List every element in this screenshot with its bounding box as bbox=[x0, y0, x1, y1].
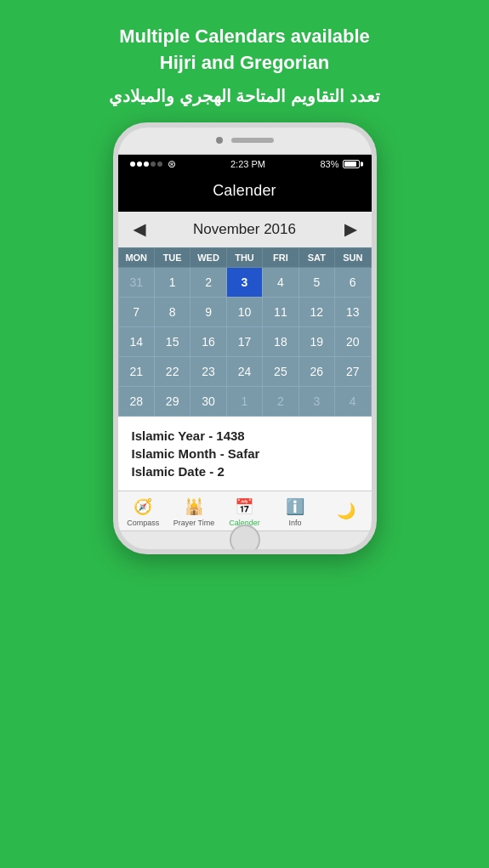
calender-icon: 📅 bbox=[234, 496, 254, 517]
calendar-day[interactable]: 31 bbox=[118, 267, 154, 297]
calendar-day[interactable]: 18 bbox=[263, 326, 299, 356]
camera-icon bbox=[216, 137, 223, 144]
calendar-day[interactable]: 28 bbox=[118, 386, 154, 416]
islamic-info-section: Islamic Year - 1438 Islamic Month - Safa… bbox=[118, 417, 372, 491]
calendar-day[interactable]: 16 bbox=[190, 326, 226, 356]
calendar-day[interactable]: 5 bbox=[299, 267, 334, 297]
compass-label: Compass bbox=[127, 519, 159, 527]
signal-indicators: ⊛ bbox=[130, 158, 176, 170]
calendar-day[interactable]: 2 bbox=[190, 267, 226, 297]
islamic-date: Islamic Date - 2 bbox=[132, 464, 358, 479]
calendar-week-4: 21222324252627 bbox=[118, 356, 371, 386]
status-time: 2:23 PM bbox=[230, 159, 265, 169]
calendar-day[interactable]: 4 bbox=[335, 386, 371, 416]
header-wed: WED bbox=[190, 247, 226, 267]
header-mon: MON bbox=[118, 247, 154, 267]
wifi-icon: ⊛ bbox=[168, 158, 176, 170]
info-label: Info bbox=[289, 519, 302, 527]
calendar-day[interactable]: 17 bbox=[226, 326, 262, 356]
calendar-day[interactable]: 12 bbox=[299, 297, 334, 326]
header-sat: SAT bbox=[299, 247, 334, 267]
calendar-day[interactable]: 3 bbox=[226, 267, 262, 297]
prev-month-button[interactable]: ◀ bbox=[134, 220, 145, 239]
more-icon: 🌙 bbox=[336, 501, 356, 521]
calendar-day[interactable]: 9 bbox=[190, 297, 226, 326]
tab-item-more[interactable]: 🌙 bbox=[321, 501, 372, 523]
calendar-day[interactable]: 22 bbox=[154, 356, 190, 386]
calendar-day[interactable]: 7 bbox=[118, 297, 154, 326]
phone-bottom-bar bbox=[118, 530, 372, 549]
header-sun: SUN bbox=[335, 247, 371, 267]
calendar-day[interactable]: 26 bbox=[299, 356, 334, 386]
calendar-day[interactable]: 3 bbox=[299, 386, 334, 416]
month-year-label: November 2016 bbox=[193, 221, 296, 238]
calendar-week-1: 31123456 bbox=[118, 267, 371, 297]
calendar-week-3: 14151617181920 bbox=[118, 326, 371, 356]
calendar-day[interactable]: 14 bbox=[118, 326, 154, 356]
calendar-day[interactable]: 15 bbox=[154, 326, 190, 356]
phone-shell: ⊛ 2:23 PM 83% Calender ◀ November 2016 ▶… bbox=[113, 122, 377, 554]
calendar-day[interactable]: 1 bbox=[226, 386, 262, 416]
calendar-day[interactable]: 20 bbox=[335, 326, 371, 356]
speaker-icon bbox=[231, 138, 274, 143]
calendar-nav: ◀ November 2016 ▶ bbox=[118, 212, 372, 247]
calendar-day[interactable]: 10 bbox=[226, 297, 262, 326]
calendar-day[interactable]: 29 bbox=[154, 386, 190, 416]
calendar-day[interactable]: 30 bbox=[190, 386, 226, 416]
next-month-button[interactable]: ▶ bbox=[344, 220, 356, 239]
calendar-day[interactable]: 6 bbox=[335, 267, 371, 297]
calendar-day[interactable]: 8 bbox=[154, 297, 190, 326]
signal-dot-5 bbox=[157, 162, 162, 167]
battery-icon bbox=[343, 160, 360, 168]
calendar-day[interactable]: 2 bbox=[263, 386, 299, 416]
calendar-day[interactable]: 4 bbox=[263, 267, 299, 297]
compass-icon: 🧭 bbox=[133, 496, 153, 517]
calendar-grid: MON TUE WED THU FRI SAT SUN 311234567891… bbox=[118, 247, 372, 417]
calendar-week-2: 78910111213 bbox=[118, 297, 371, 326]
tab-item-calender[interactable]: 📅Calender bbox=[219, 496, 270, 527]
islamic-year: Islamic Year - 1438 bbox=[132, 428, 358, 443]
tab-item-compass[interactable]: 🧭Compass bbox=[118, 496, 169, 527]
battery-status: 83% bbox=[320, 159, 359, 169]
calendar-container: MON TUE WED THU FRI SAT SUN 311234567891… bbox=[118, 247, 372, 417]
calendar-week-5: 2829301234 bbox=[118, 386, 371, 416]
signal-dot-4 bbox=[151, 162, 156, 167]
calendar-day[interactable]: 13 bbox=[335, 297, 371, 326]
header-tue: TUE bbox=[154, 247, 190, 267]
signal-dot-3 bbox=[144, 162, 149, 167]
arabic-tagline: تعدد التقاويم المتاحة الهجري والميلادي bbox=[109, 83, 379, 109]
header-fri: FRI bbox=[263, 247, 299, 267]
phone-wrapper: ⊛ 2:23 PM 83% Calender ◀ November 2016 ▶… bbox=[109, 122, 381, 868]
calendar-day[interactable]: 11 bbox=[263, 297, 299, 326]
english-tagline: Multiple Calendars available Hijri and G… bbox=[109, 24, 379, 77]
phone-top-bar bbox=[118, 128, 372, 155]
calendar-day[interactable]: 27 bbox=[335, 356, 371, 386]
app-title-bar: Calender bbox=[118, 173, 372, 212]
calendar-day[interactable]: 25 bbox=[263, 356, 299, 386]
prayer-label: Prayer Time bbox=[173, 519, 215, 527]
home-button[interactable] bbox=[230, 525, 260, 554]
calendar-day[interactable]: 1 bbox=[154, 267, 190, 297]
signal-dot-1 bbox=[130, 162, 135, 167]
islamic-month: Islamic Month - Safar bbox=[132, 446, 358, 461]
prayer-icon: 🕌 bbox=[184, 496, 204, 517]
weekday-header-row: MON TUE WED THU FRI SAT SUN bbox=[118, 247, 371, 267]
calendar-day[interactable]: 23 bbox=[190, 356, 226, 386]
info-icon: ℹ️ bbox=[285, 496, 305, 517]
tab-item-prayer[interactable]: 🕌Prayer Time bbox=[168, 496, 219, 527]
signal-dot-2 bbox=[137, 162, 142, 167]
battery-percent-text: 83% bbox=[320, 159, 338, 169]
header-thu: THU bbox=[226, 247, 262, 267]
tab-item-info[interactable]: ℹ️Info bbox=[270, 496, 321, 527]
calendar-day[interactable]: 19 bbox=[299, 326, 334, 356]
status-bar: ⊛ 2:23 PM 83% bbox=[118, 155, 372, 173]
calendar-day[interactable]: 24 bbox=[226, 356, 262, 386]
header-section: Multiple Calendars available Hijri and G… bbox=[75, 0, 413, 122]
calendar-day[interactable]: 21 bbox=[118, 356, 154, 386]
